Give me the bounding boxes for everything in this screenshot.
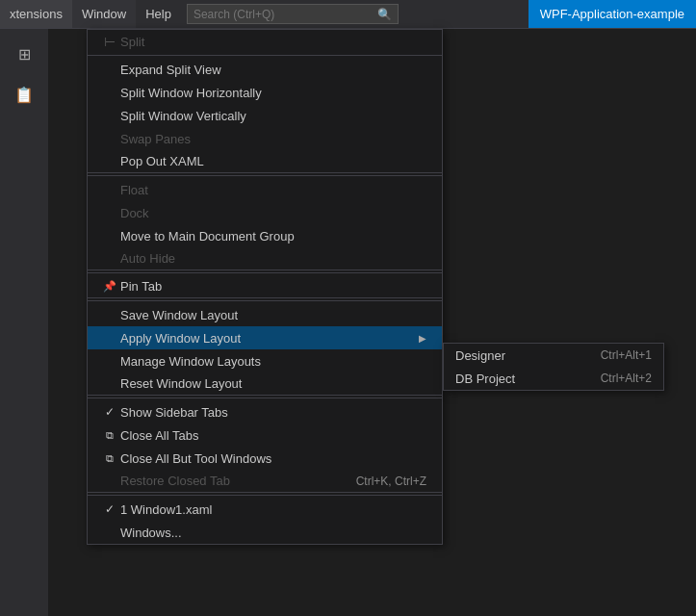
menu-item-restore-closed[interactable]: Restore Closed Tab Ctrl+K, Ctrl+Z [88,470,442,493]
menu-item-split[interactable]: ⊢ Split [88,30,442,53]
menu-item-pop-out-xaml[interactable]: Pop Out XAML [88,150,442,173]
menu-item-show-sidebar[interactable]: ✓ Show Sidebar Tabs [88,400,442,424]
submenu-item-db-project[interactable]: DB Project Ctrl+Alt+2 [444,367,663,390]
menu-item-auto-hide[interactable]: Auto Hide [88,247,442,270]
menu-item-close-all[interactable]: ⧉ Close All Tabs [88,424,442,447]
window1-check-icon: ✓ [99,502,120,516]
menu-item-dock[interactable]: Dock [88,201,442,224]
sidebar: ⊞ 📋 [0,29,48,616]
top-menu-bar: xtensions Window Help 🔍 WPF-Application-… [0,0,696,29]
menu-help[interactable]: Help [136,0,181,28]
menu-item-reset-layout[interactable]: Reset Window Layout [88,372,442,396]
sidebar-icon-1[interactable]: ⊞ [7,37,41,71]
separator-1 [88,55,442,56]
menu-item-pin-tab[interactable]: 📌 Pin Tab [88,275,442,298]
menu-item-split-vert[interactable]: Split Window Vertically [88,104,442,127]
close-all-but-icon: ⧉ [99,452,120,465]
search-box[interactable]: 🔍 [187,4,399,24]
menu-item-save-layout[interactable]: Save Window Layout [88,303,442,326]
menu-item-expand-split[interactable]: Expand Split View [88,58,442,81]
pin-tab-icon: 📌 [99,280,120,293]
search-input[interactable] [193,8,377,21]
submenu-arrow-icon: ▶ [419,333,426,344]
separator-3 [88,272,442,273]
menu-item-manage-layouts[interactable]: Manage Window Layouts [88,349,442,372]
split-icon: ⊢ [99,34,120,49]
separator-2 [88,175,442,176]
apply-layout-submenu: Designer Ctrl+Alt+1 DB Project Ctrl+Alt+… [443,343,664,391]
menu-item-close-all-but[interactable]: ⧉ Close All But Tool Windows [88,447,442,470]
search-icon: 🔍 [377,8,392,21]
show-sidebar-check-icon: ✓ [99,405,120,419]
separator-6 [88,495,442,496]
submenu-item-designer[interactable]: Designer Ctrl+Alt+1 [444,344,663,367]
menu-item-window1[interactable]: ✓ 1 Window1.xaml [88,498,442,521]
menu-item-float[interactable]: Float [88,178,442,201]
separator-4 [88,300,442,301]
menu-item-split-horiz[interactable]: Split Window Horizontally [88,81,442,104]
separator-5 [88,398,442,398]
menu-window[interactable]: Window [72,0,136,28]
close-all-icon: ⧉ [99,429,120,442]
menu-item-apply-layout[interactable]: Apply Window Layout ▶ [88,326,442,349]
menu-extensions[interactable]: xtensions [0,0,72,28]
menu-item-move-main[interactable]: Move to Main Document Group [88,224,442,247]
menu-item-windows[interactable]: Windows... [88,521,442,544]
title-badge: WPF-Application-example [528,0,696,28]
sidebar-icon-2[interactable]: 📋 [7,77,41,112]
window-dropdown-menu: ⊢ Split Expand Split View Split Window H… [87,29,443,545]
menu-item-swap-panes[interactable]: Swap Panes [88,127,442,150]
